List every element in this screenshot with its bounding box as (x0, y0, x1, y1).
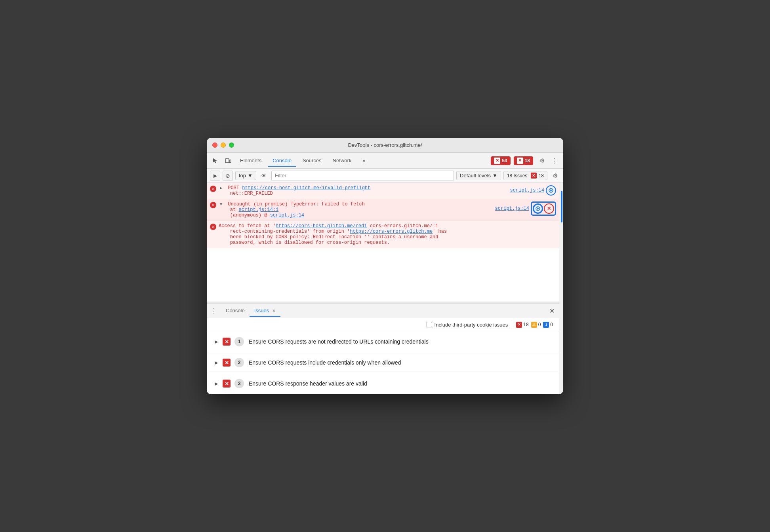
third-party-checkbox-label[interactable]: Include third-party cookie issues (427, 322, 508, 328)
at-line-text: at (219, 207, 238, 213)
issues-tab-close-icon[interactable]: ✕ (272, 308, 276, 313)
issues-badge[interactable]: 18 Issues: ✕ 18 (503, 171, 547, 180)
open-in-network-icon-1[interactable] (546, 185, 556, 196)
warning-count-badge[interactable]: ✕ 18 (514, 156, 533, 165)
cors-host-link[interactable]: https://cors-host.glitch.me/redi (276, 223, 367, 229)
issues-error-badge-icon: ✕ (516, 322, 522, 328)
issue-error-icon-3: ✕ (223, 380, 231, 388)
expand-arrow-1[interactable]: ▶ (219, 186, 223, 190)
issue-expand-2[interactable]: ▶ (213, 359, 219, 366)
issue-error-icon-1: ✕ (223, 338, 231, 346)
main-content: ✕ ▶ POST https://cors-host.glitch.me/inv… (207, 183, 563, 394)
execute-script-icon[interactable]: ▶ (210, 171, 220, 181)
error-icon-2: ✕ (210, 202, 216, 208)
bottom-tab-issues-label: Issues (254, 308, 269, 314)
warning-count-issues: ⚠ 0 (531, 322, 541, 328)
cors-errors-ref: cors-errors.glitch.me/:1 (367, 223, 438, 229)
tab-network[interactable]: Network (328, 155, 356, 167)
cursor-icon[interactable] (210, 155, 221, 166)
more-options-icon[interactable]: ⋮ (549, 155, 560, 166)
issue-text-2: Ensure CORS requests include credentials… (249, 359, 553, 366)
issue-expand-3[interactable]: ▶ (213, 380, 219, 387)
post-url-1[interactable]: https://cors-host.glitch.me/invalid-pref… (242, 185, 370, 191)
source-link-2[interactable]: script.js:14 (490, 206, 529, 211)
issue-item-2[interactable]: ▶ ✕ 2 Ensure CORS requests include crede… (207, 352, 559, 373)
settings-gear-icon[interactable]: ⚙ (536, 155, 547, 166)
action-group-highlighted: ✕ (531, 201, 556, 216)
warning-badge-icon: ✕ (517, 158, 523, 164)
issue-error-icon-2: ✕ (223, 359, 231, 367)
issue-number-1: 1 (234, 337, 244, 346)
issues-count: 18 (539, 173, 544, 179)
context-selector[interactable]: top ▼ (235, 171, 256, 180)
issues-toolbar: Include third-party cookie issues ✕ 18 ⚠… (207, 318, 559, 331)
tab-more[interactable]: » (358, 155, 370, 167)
open-in-network-icon-2[interactable] (533, 203, 543, 214)
bottom-tab-console[interactable]: Console (221, 305, 250, 317)
main-toolbar: Elements Console Sources Network » ✕ 53 … (207, 153, 563, 169)
anon-script-link[interactable]: script.js:14 (270, 213, 304, 218)
row-actions-2: script.js:14 ✕ (490, 201, 556, 216)
svg-rect-0 (225, 159, 229, 163)
error-count-badge[interactable]: ✕ 53 (491, 156, 510, 165)
issue-item-1[interactable]: ▶ ✕ 1 Ensure CORS requests are not redir… (207, 331, 559, 352)
issues-counts: ✕ 18 ⚠ 0 ℹ 0 (516, 322, 553, 328)
device-toggle-icon[interactable] (223, 155, 234, 166)
log-levels-dropdown[interactable]: Default levels ▼ (456, 171, 501, 180)
access-text: Access to fetch at ' (219, 223, 276, 229)
issue-expand-1[interactable]: ▶ (213, 338, 219, 345)
third-party-checkbox[interactable] (427, 322, 432, 327)
clear-console-icon[interactable]: ⊘ (223, 171, 233, 181)
info-count-issues: ℹ 0 (543, 322, 553, 328)
console-row-2: ✕ ▼ Uncaught (in promise) TypeError: Fai… (207, 199, 559, 221)
expand-arrow-2[interactable]: ▼ (219, 202, 223, 207)
dismiss-error-icon-2[interactable]: ✕ (544, 203, 554, 214)
svg-rect-1 (229, 160, 231, 163)
row-actions-1: script.js:14 (505, 185, 556, 196)
error-text-1: net::ERR_FAILED (219, 191, 273, 196)
issues-list: ▶ ✕ 1 Ensure CORS requests are not redir… (207, 331, 559, 394)
maximize-button[interactable] (229, 142, 234, 148)
type-error-text: Uncaught (in promise) TypeError: Failed … (228, 201, 365, 207)
console-settings-icon[interactable]: ⚙ (550, 171, 560, 181)
filter-input[interactable] (271, 171, 454, 181)
tab-sources[interactable]: Sources (298, 155, 326, 167)
console-content-2: ▼ Uncaught (in promise) TypeError: Faile… (219, 201, 487, 218)
at-script-link[interactable]: script.js:14:1 (238, 207, 278, 213)
close-button[interactable] (212, 142, 217, 148)
tab-elements[interactable]: Elements (235, 155, 266, 167)
error-icon-1: ✕ (210, 186, 216, 192)
console-area: ✕ ▶ POST https://cors-host.glitch.me/inv… (207, 183, 559, 302)
tab-console[interactable]: Console (268, 155, 296, 167)
bottom-tab-console-label: Console (226, 308, 245, 314)
close-bottom-panel-icon[interactable]: ✕ (548, 306, 556, 316)
origin-link[interactable]: https://cors-errors.glitch.me (350, 229, 433, 234)
levels-dropdown-icon: ▼ (492, 173, 497, 179)
issues-error-icon: ✕ (531, 173, 537, 179)
live-expressions-icon[interactable]: 👁 (259, 171, 269, 181)
window-title: DevTools - cors-errors.glitch.me/ (348, 142, 422, 148)
source-link-1[interactable]: script.js:14 (505, 188, 544, 193)
issues-label: 18 Issues: (507, 173, 529, 179)
issue-item-3[interactable]: ▶ ✕ 3 Ensure CORS response header values… (207, 373, 559, 394)
error-count: 53 (502, 158, 507, 163)
scrollbar[interactable] (559, 183, 563, 394)
error-badge-icon: ✕ (494, 158, 500, 164)
traffic-lights (212, 142, 234, 148)
minimize-button[interactable] (221, 142, 226, 148)
panel-menu-icon[interactable]: ⋮ (210, 307, 218, 315)
issue-number-3: 3 (234, 379, 244, 388)
scrollbar-thumb[interactable] (561, 191, 562, 222)
error-count-issues: ✕ 18 (516, 322, 528, 328)
issues-error-count: 18 (523, 322, 528, 327)
bottom-tab-issues[interactable]: Issues ✕ (250, 305, 280, 317)
console-content-1: ▶ POST https://cors-host.glitch.me/inval… (219, 185, 502, 196)
console-content-3: Access to fetch at 'https://cors-host.gl… (219, 223, 556, 245)
issues-warning-count: 0 (538, 322, 541, 327)
cors-policy-text: ' has (433, 229, 447, 234)
sub-toolbar: ▶ ⊘ top ▼ 👁 Default levels ▼ 18 Issues: … (207, 169, 563, 183)
bottom-tabs-bar: ⋮ Console Issues ✕ ✕ (207, 304, 559, 318)
bottom-panel: ⋮ Console Issues ✕ ✕ Include third- (207, 304, 559, 394)
third-party-label-text: Include third-party cookie issues (435, 322, 508, 328)
issue-text-1: Ensure CORS requests are not redirected … (249, 338, 553, 345)
